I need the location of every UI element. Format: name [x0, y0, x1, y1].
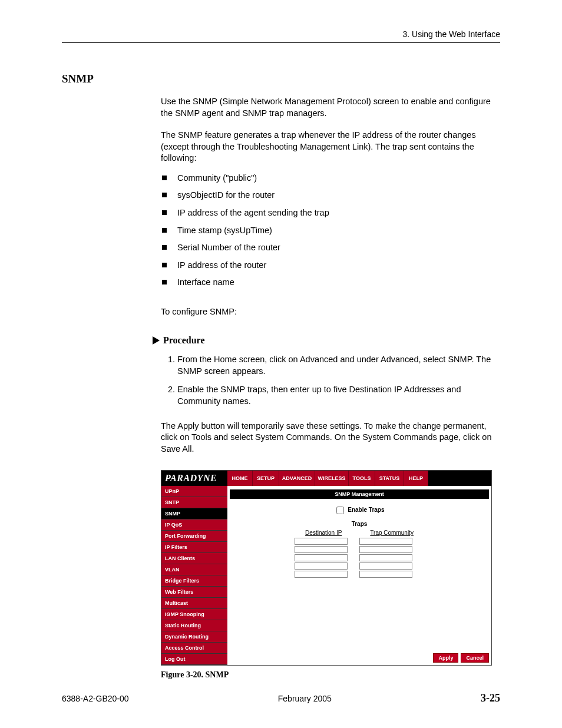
destination-ip-input[interactable]	[295, 571, 348, 578]
sidenav-static-routing[interactable]: Static Routing	[161, 620, 227, 631]
panel-title: SNMP Management	[230, 489, 489, 499]
trap-community-input[interactable]	[359, 562, 412, 570]
table-row	[291, 545, 428, 554]
topnav-help[interactable]: HELP	[404, 471, 428, 486]
footer-page-number: 3-25	[481, 692, 500, 704]
figure-snmp-screenshot: PARADYNE HOMESETUPADVANCEDWIRELESSTOOLSS…	[161, 470, 500, 680]
table-row	[291, 537, 428, 545]
sidenav-igmp-snooping[interactable]: IGMP Snooping	[161, 609, 227, 620]
content-area: SNMP Management Enable Traps Traps Desti…	[227, 486, 491, 665]
header-chapter: 3. Using the Web Interface	[62, 29, 500, 43]
topnav-tools[interactable]: TOOLS	[349, 471, 375, 486]
sidenav-sntp[interactable]: SNTP	[161, 497, 227, 508]
sidenav-lan-clients[interactable]: LAN Clients	[161, 553, 227, 564]
trap-community-input[interactable]	[359, 554, 412, 561]
sidenav-multicast[interactable]: Multicast	[161, 598, 227, 609]
procedure-steps: From the Home screen, click on Advanced …	[161, 354, 500, 407]
enable-traps-row: Enable Traps	[227, 499, 491, 519]
footer-docnum: 6388-A2-GB20-00	[62, 694, 129, 703]
sidenav-web-filters[interactable]: Web Filters	[161, 587, 227, 598]
footer-date: February 2005	[278, 694, 332, 703]
cancel-button[interactable]: Cancel	[461, 653, 489, 663]
destination-ip-input[interactable]	[295, 546, 348, 553]
configure-lead: To configure SNMP:	[161, 306, 500, 318]
sidenav-bridge-filters[interactable]: Bridge Filters	[161, 575, 227, 587]
col-trap-community: Trap Community	[356, 528, 428, 537]
destination-ip-input[interactable]	[295, 562, 348, 570]
list-item: IP address of the router	[161, 260, 500, 272]
sidenav-port-forwarding[interactable]: Port Forwarding	[161, 531, 227, 542]
table-row	[291, 554, 428, 562]
topnav-home[interactable]: HOME	[227, 471, 253, 486]
enable-traps-checkbox[interactable]	[336, 507, 344, 514]
sidenav-log-out[interactable]: Log Out	[161, 654, 227, 665]
list-item: Serial Number of the router	[161, 242, 500, 254]
top-nav: HOMESETUPADVANCEDWIRELESSTOOLSSTATUSHELP	[227, 471, 491, 486]
step-item: Enable the SNMP traps, then enter up to …	[177, 384, 500, 407]
topnav-status[interactable]: STATUS	[375, 471, 404, 486]
side-nav: UPnPSNTPSNMPIP QoSPort ForwardingIP Filt…	[161, 486, 227, 665]
sidenav-ip-filters[interactable]: IP Filters	[161, 542, 227, 553]
trap-community-input[interactable]	[359, 546, 412, 553]
sidenav-ip-qos[interactable]: IP QoS	[161, 519, 227, 531]
intro-para-2: The SNMP feature generates a trap whenev…	[161, 130, 500, 164]
section-heading: SNMP	[62, 72, 500, 85]
brand-logo: PARADYNE	[161, 471, 227, 486]
apply-button[interactable]: Apply	[433, 653, 458, 663]
apply-note: The Apply button will temporarily save t…	[161, 421, 500, 455]
traps-table: Destination IP Trap Community	[291, 528, 428, 578]
topnav-wireless[interactable]: WIRELESS	[315, 471, 349, 486]
sidenav-access-control[interactable]: Access Control	[161, 643, 227, 654]
sidenav-dynamic-routing[interactable]: Dynamic Routing	[161, 631, 227, 643]
topnav-setup[interactable]: SETUP	[253, 471, 279, 486]
intro-para-1: Use the SNMP (Simple Network Management …	[161, 96, 500, 119]
enable-traps-label: Enable Traps	[348, 507, 384, 513]
traps-header: Traps	[227, 519, 491, 528]
trap-community-input[interactable]	[359, 571, 412, 578]
destination-ip-input[interactable]	[295, 554, 348, 561]
trap-community-input[interactable]	[359, 538, 412, 545]
procedure-heading: Procedure	[153, 335, 500, 346]
topnav-advanced[interactable]: ADVANCED	[279, 471, 315, 486]
step-item: From the Home screen, click on Advanced …	[177, 354, 500, 377]
sidenav-upnp[interactable]: UPnP	[161, 486, 227, 497]
list-item: Interface name	[161, 277, 500, 289]
list-item: Time stamp (sysUpTime)	[161, 225, 500, 237]
list-item: sysObjectID for the router	[161, 190, 500, 201]
list-item: Community ("public")	[161, 173, 500, 184]
page-footer: 6388-A2-GB20-00 February 2005 3-25	[62, 692, 500, 704]
col-destination-ip: Destination IP	[291, 528, 356, 537]
sidenav-vlan[interactable]: VLAN	[161, 564, 227, 575]
trap-contents-list: Community ("public") sysObjectID for the…	[161, 173, 500, 289]
triangle-icon	[153, 336, 160, 345]
destination-ip-input[interactable]	[295, 538, 348, 545]
figure-caption: Figure 3-20. SNMP	[161, 670, 500, 680]
table-row	[291, 562, 428, 570]
list-item: IP address of the agent sending the trap	[161, 207, 500, 219]
procedure-label: Procedure	[163, 335, 205, 346]
sidenav-snmp[interactable]: SNMP	[161, 508, 227, 519]
table-row	[291, 570, 428, 578]
topnav-spacer	[428, 471, 491, 486]
